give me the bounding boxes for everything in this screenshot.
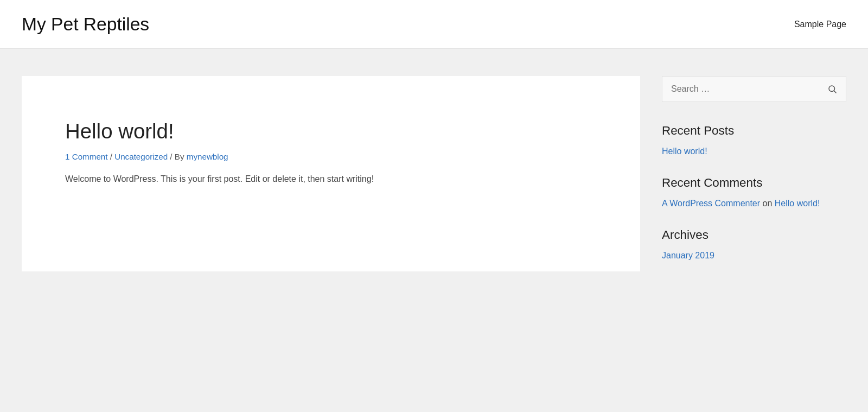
archives-title: Archives: [662, 228, 846, 242]
site-header: My Pet Reptiles Sample Page: [0, 0, 868, 49]
post-card: Hello world! 1 Comment / Uncategorized /…: [22, 76, 640, 271]
post-category[interactable]: Uncategorized: [114, 152, 168, 161]
sidebar-archives: Archives January 2019: [662, 228, 846, 261]
archive-item[interactable]: January 2019: [662, 251, 846, 261]
sidebar-recent-posts: Recent Posts Hello world!: [662, 124, 846, 156]
post-meta: 1 Comment / Uncategorized / By mynewblog: [65, 152, 597, 161]
post-title: Hello world!: [65, 119, 597, 143]
svg-line-1: [834, 91, 836, 93]
main-content: Hello world! 1 Comment / Uncategorized /…: [22, 76, 640, 280]
site-title[interactable]: My Pet Reptiles: [22, 14, 149, 35]
sidebar: Recent Posts Hello world! Recent Comment…: [662, 76, 846, 280]
comment-author-link[interactable]: A WordPress Commenter: [662, 199, 760, 208]
recent-comments-title: Recent Comments: [662, 176, 846, 190]
site-content: Hello world! 1 Comment / Uncategorized /…: [0, 49, 868, 307]
post-meta-sep1: /: [108, 152, 115, 161]
search-button[interactable]: [827, 84, 837, 94]
search-input[interactable]: [671, 84, 827, 94]
site-nav: Sample Page: [794, 20, 846, 29]
svg-point-0: [829, 86, 835, 92]
search-widget: [662, 76, 846, 102]
post-author[interactable]: mynewblog: [187, 152, 228, 161]
post-excerpt: Welcome to WordPress. This is your first…: [65, 172, 597, 186]
comment-on-word: on: [763, 199, 773, 208]
post-meta-sep2: /: [168, 152, 175, 161]
sidebar-recent-comments: Recent Comments A WordPress Commenter on…: [662, 176, 846, 208]
recent-post-item[interactable]: Hello world!: [662, 147, 846, 156]
search-icon: [827, 84, 837, 94]
recent-posts-title: Recent Posts: [662, 124, 846, 138]
comment-post-link[interactable]: Hello world!: [775, 199, 820, 208]
nav-sample-page[interactable]: Sample Page: [794, 20, 846, 29]
post-meta-by: By: [175, 152, 184, 161]
recent-comment-item: A WordPress Commenter on Hello world!: [662, 199, 846, 208]
post-comment-count[interactable]: 1 Comment: [65, 152, 108, 161]
